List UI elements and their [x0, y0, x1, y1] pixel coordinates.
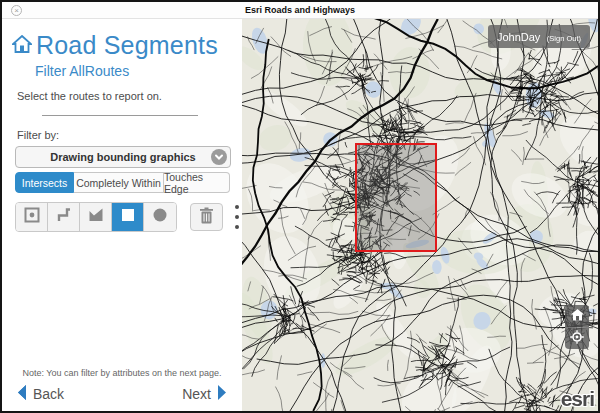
- next-label: Next: [182, 386, 211, 402]
- esri-attribution-logo: esri: [561, 387, 594, 411]
- filter-method-dropdown[interactable]: Drawing bounding graphics: [15, 146, 231, 168]
- dropdown-value: Drawing bounding graphics: [50, 151, 195, 163]
- tab-completely-within[interactable]: Completely Within: [74, 172, 164, 193]
- title-bar: × Esri Roads and Highways: [2, 2, 598, 19]
- filter-by-label: Filter by:: [17, 129, 242, 141]
- note-text: Note: You can filter by attributes on th…: [2, 368, 242, 378]
- filter-panel: Road Segments Filter AllRoutes Select th…: [2, 19, 242, 411]
- panel-resize-handle[interactable]: [233, 197, 241, 237]
- spatial-relation-tabs: Intersects Completely Within Touches Edg…: [15, 172, 231, 193]
- back-label: Back: [33, 386, 64, 402]
- rectangle-tool-icon: [120, 207, 136, 227]
- draw-tool-group: [15, 202, 177, 232]
- sign-out-link[interactable]: (Sign Out): [547, 34, 581, 43]
- app-window: × Esri Roads and Highways Road Segments …: [0, 0, 600, 413]
- polygon-tool-button[interactable]: [80, 203, 112, 231]
- home-icon: [12, 35, 32, 57]
- next-button[interactable]: Next: [182, 384, 229, 404]
- user-badge[interactable]: JohnDay (Sign Out): [488, 25, 590, 48]
- selection-rectangle-graphic: [355, 143, 437, 252]
- map-viewport[interactable]: JohnDay (Sign Out) esri: [242, 19, 598, 411]
- home-extent-button[interactable]: [565, 305, 589, 327]
- chevron-down-icon: [211, 149, 227, 165]
- map-controls: [565, 305, 589, 349]
- locate-button[interactable]: [565, 327, 589, 349]
- username-label: JohnDay: [497, 31, 540, 43]
- divider: [42, 115, 198, 116]
- polyline-tool-button[interactable]: [48, 203, 80, 231]
- chevron-right-icon: [216, 384, 229, 404]
- polygon-tool-icon: [88, 207, 104, 227]
- tab-intersects[interactable]: Intersects: [15, 172, 74, 193]
- chevron-left-icon: [15, 384, 28, 404]
- rectangle-tool-button[interactable]: [112, 203, 144, 231]
- point-tool-icon: [24, 207, 40, 227]
- home-extent-icon: [571, 307, 584, 325]
- page-title: Road Segments: [36, 31, 218, 60]
- trash-icon: [199, 207, 214, 228]
- circle-tool-icon: [152, 207, 168, 227]
- back-button[interactable]: Back: [15, 384, 64, 404]
- description-text: Select the routes to report on.: [17, 90, 242, 102]
- clear-graphics-button[interactable]: [190, 203, 223, 231]
- polyline-tool-icon: [56, 207, 72, 227]
- circle-tool-button[interactable]: [144, 203, 176, 231]
- point-tool-button[interactable]: [16, 203, 48, 231]
- tab-touches-edge[interactable]: Touches Edge: [164, 172, 230, 193]
- page-subtitle: Filter AllRoutes: [35, 63, 242, 79]
- window-title: Esri Roads and Highways: [2, 5, 598, 15]
- locate-icon: [570, 330, 584, 348]
